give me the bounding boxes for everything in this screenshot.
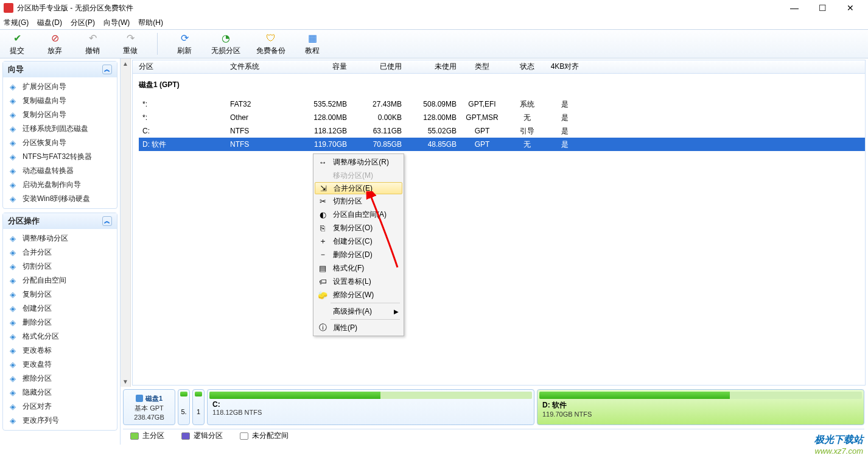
wizard-item[interactable]: ◈分区恢复向导 [4,136,116,150]
scroll-up-icon[interactable]: ▲ [121,58,130,69]
menu-item-icon: 🧽 [317,289,328,300]
wizard-item[interactable]: ◈扩展分区向导 [4,80,116,94]
context-menu-item[interactable]: ↔调整/移动分区(R) [315,155,402,169]
app-icon [4,3,13,13]
menubar: 常规(G) 磁盘(D) 分区(P) 向导(W) 帮助(H) [0,16,868,29]
close-button[interactable]: ✕ [836,0,864,16]
ops-item[interactable]: ◈删除分区 [4,315,116,329]
collapse-icon[interactable]: ︽ [102,65,112,74]
disk-map-msr[interactable]: 1 [192,389,205,425]
menu-item-icon: － [317,249,328,260]
context-menu-item[interactable]: ✂切割分区 [315,194,402,208]
menu-item-icon: ✂ [317,196,328,206]
undo-button[interactable]: ↶撤销 [82,32,103,56]
refresh-button[interactable]: ⟳刷新 [173,32,195,56]
context-menu-item[interactable]: ⇲合并分区(E) [315,182,402,194]
vertical-scrollbar[interactable]: ▲ ▼ [121,58,131,387]
ops-item[interactable]: ◈更改序列号 [4,414,116,428]
legend: 主分区 逻辑分区 未分配空间 [123,429,864,442]
grid-header: 分区 文件系统 容量 已使用 未使用 类型 状态 4KB对齐 [133,60,865,74]
menu-partition[interactable]: 分区(P) [71,18,95,28]
menu-item-icon: ⎘ [317,222,328,233]
table-row[interactable]: *:FAT32535.52MB27.43MB508.09MBGPT,EFI系统是 [139,97,865,111]
menu-general[interactable]: 常规(G) [4,18,29,28]
scroll-down-icon[interactable]: ▼ [121,376,130,387]
wizard-item[interactable]: ◈动态磁盘转换器 [4,164,116,178]
context-menu-item[interactable]: ⎘复制分区(O) [315,221,402,234]
wizard-item[interactable]: ◈迁移系统到固态磁盘 [4,122,116,136]
window-title: 分区助手专业版 - 无损分区免费软件 [17,3,780,13]
menu-item-icon: ◐ [317,209,328,220]
menu-item-icon [317,170,328,181]
context-menu-item: 移动分区(M) [315,169,402,182]
menu-item-icon: ⇲ [318,183,329,194]
lossless-button[interactable]: ◔无损分区 [211,32,240,56]
collapse-icon[interactable]: ︽ [102,216,112,226]
menu-item-icon [317,306,328,317]
minimize-button[interactable]: — [780,0,808,16]
watermark: 极光下载站 www.xz7.com [814,434,863,456]
ops-item[interactable]: ◈更改卷标 [4,344,116,358]
commit-button[interactable]: ✔提交 [6,32,28,56]
table-row[interactable]: *:Other128.00MB0.00KB128.00MBGPT,MSR无是 [139,111,865,124]
ops-item[interactable]: ◈分配自由空间 [4,273,116,287]
ops-item[interactable]: ◈更改盘符 [4,358,116,372]
maximize-button[interactable]: ☐ [808,0,836,16]
ops-panel: 分区操作︽ ◈调整/移动分区◈合并分区◈切割分区◈分配自由空间◈复制分区◈创建分… [2,213,117,431]
redo-button[interactable]: ↷重做 [119,32,141,56]
disk-group-title: 磁盘1 (GPT) [139,74,865,94]
disk-map-c[interactable]: C:118.12GB NTFS [207,389,534,425]
context-menu-item[interactable]: 高级操作(A)▶ [315,305,402,318]
table-row[interactable]: D: 软件NTFS119.70GB70.85GB48.85GBGPT无是 [139,138,865,151]
menu-item-icon: ⓘ [317,322,328,333]
context-menu-item[interactable]: ▤格式化(F) [315,261,402,275]
ops-item[interactable]: ◈复制分区 [4,287,116,301]
wizard-item[interactable]: ◈复制磁盘向导 [4,94,116,108]
ops-item[interactable]: ◈调整/移动分区 [4,231,116,245]
context-menu-item[interactable]: －删除分区(D) [315,248,402,261]
menu-wizard[interactable]: 向导(W) [103,18,130,28]
ops-panel-title: 分区操作 [8,216,40,227]
menu-disk[interactable]: 磁盘(D) [37,18,62,28]
wizard-item[interactable]: ◈启动光盘制作向导 [4,178,116,192]
context-menu-item[interactable]: 🏷设置卷标(L) [315,275,402,288]
menu-item-icon: ＋ [317,236,328,247]
menu-item-icon: ▤ [317,262,328,273]
wizard-panel-title: 向导 [8,64,24,75]
menu-help[interactable]: 帮助(H) [138,18,163,28]
context-menu: ↔调整/移动分区(R)移动分区(M)⇲合并分区(E)✂切割分区◐分区自由空间(A… [313,153,404,336]
disk-label[interactable]: 磁盘1 基本 GPT 238.47GB [123,389,175,425]
disk-map-d[interactable]: D: 软件119.70GB NTFS [537,389,864,425]
ops-item[interactable]: ◈格式化分区 [4,329,116,344]
disk-map-efi[interactable]: 5. [178,389,190,425]
wizard-item[interactable]: ◈NTFS与FAT32转换器 [4,150,116,164]
context-menu-item[interactable]: 🧽擦除分区(W) [315,288,402,301]
menu-item-icon: 🏷 [317,276,328,287]
ops-item[interactable]: ◈创建分区 [4,301,116,315]
ops-item[interactable]: ◈隐藏分区 [4,386,116,400]
ops-item[interactable]: ◈分区对齐 [4,400,116,414]
ops-item[interactable]: ◈合并分区 [4,245,116,259]
tutorial-button[interactable]: ▦教程 [301,32,323,56]
wizard-item[interactable]: ◈复制分区向导 [4,108,116,122]
table-row[interactable]: C:NTFS118.12GB63.11GB55.02GBGPT引导是 [139,124,865,138]
context-menu-item[interactable]: ◐分区自由空间(A) [315,208,402,221]
menu-item-icon: ↔ [317,157,328,167]
backup-button[interactable]: 🛡免费备份 [256,32,285,56]
ops-item[interactable]: ◈擦除分区 [4,372,116,386]
toolbar: ✔提交 ⊘放弃 ↶撤销 ↷重做 ⟳刷新 ◔无损分区 🛡免费备份 ▦教程 [0,29,868,58]
discard-button[interactable]: ⊘放弃 [44,32,66,56]
context-menu-item[interactable]: ⓘ属性(P) [315,321,402,334]
wizard-panel: 向导︽ ◈扩展分区向导◈复制磁盘向导◈复制分区向导◈迁移系统到固态磁盘◈分区恢复… [2,61,117,209]
disk-map: 磁盘1 基本 GPT 238.47GB 5. 1 C:118.12GB NTFS… [123,389,864,425]
wizard-item[interactable]: ◈安装Win8到移动硬盘 [4,192,116,206]
context-menu-item[interactable]: ＋创建分区(C) [315,234,402,248]
ops-item[interactable]: ◈切割分区 [4,259,116,273]
